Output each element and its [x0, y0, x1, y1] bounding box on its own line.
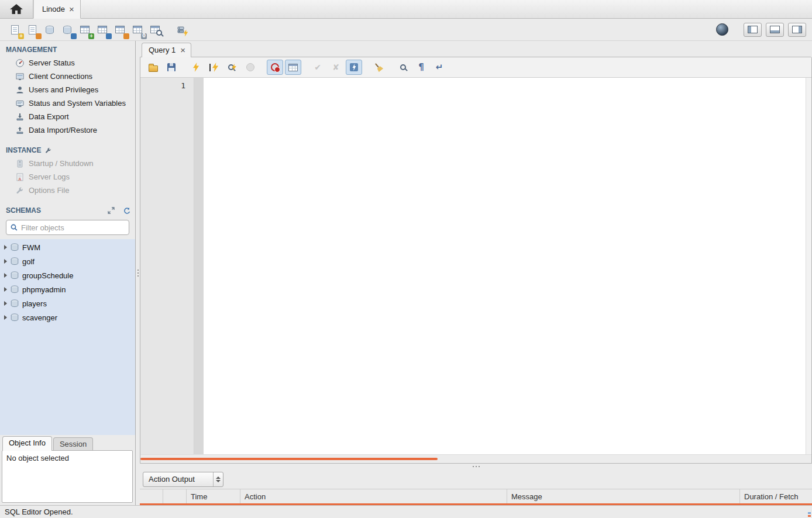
- clear-query-button[interactable]: [370, 60, 387, 75]
- mysql-workbench-window: Linode × + + 0 MANAGEMENT: [0, 0, 812, 518]
- new-table-button[interactable]: +: [76, 22, 94, 38]
- editor-vertical-scrollbar[interactable]: [806, 78, 811, 454]
- new-query-tab-button[interactable]: +: [6, 22, 23, 38]
- query-tab-label: Query 1: [149, 46, 176, 54]
- stop-on-error-icon: [271, 63, 280, 72]
- autocommit-icon: [350, 63, 358, 71]
- sidebar-item-status-system-variables[interactable]: Status and System Variables: [0, 96, 135, 110]
- vertical-splitter[interactable]: [136, 41, 140, 505]
- gauge-icon: [15, 58, 25, 68]
- expander-triangle-icon[interactable]: [4, 301, 7, 306]
- tab-object-info[interactable]: Object Info: [2, 436, 52, 451]
- query-tabbar: Query 1 ×: [140, 41, 812, 57]
- expander-triangle-icon[interactable]: [4, 273, 7, 278]
- scrollbar-thumb[interactable]: [140, 458, 438, 460]
- execute-button[interactable]: [188, 60, 204, 75]
- sidebar-item-data-import[interactable]: Data Import/Restore: [0, 123, 135, 137]
- resize-grip-icon[interactable]: [808, 512, 811, 517]
- wrap-icon: ↵: [436, 62, 443, 72]
- database-icon: [45, 25, 54, 34]
- splitter-grip-icon: [137, 270, 139, 277]
- toggle-autocommit-button[interactable]: [346, 60, 362, 75]
- sidebar-item-data-export[interactable]: Data Export: [0, 110, 135, 123]
- search-table-data-button[interactable]: [146, 22, 164, 38]
- connections-icon: [15, 72, 25, 81]
- schema-name: scavenger: [22, 313, 57, 322]
- editor-horizontal-scrollbar[interactable]: [140, 454, 811, 463]
- schema-row-scavenger[interactable]: scavenger: [0, 310, 135, 324]
- expander-triangle-icon[interactable]: [4, 287, 7, 292]
- refresh-schemas-button[interactable]: [123, 207, 130, 215]
- schema-icon: [11, 271, 19, 279]
- code-area[interactable]: [204, 78, 806, 454]
- toggle-left-sidebar-button[interactable]: [744, 23, 762, 37]
- expander-triangle-icon[interactable]: [4, 315, 7, 320]
- wrap-text-button[interactable]: ↵: [431, 60, 448, 75]
- instance-section-title: INSTANCE: [0, 137, 135, 157]
- open-sql-script-button[interactable]: [23, 22, 41, 38]
- connection-tab-linode[interactable]: Linode ×: [33, 0, 81, 19]
- sidebar-item-options-file[interactable]: Options File: [0, 184, 135, 197]
- close-query-tab-icon[interactable]: ×: [180, 46, 185, 54]
- schema-tree[interactable]: FWM golf groupSchedule phpmyadmin: [0, 239, 135, 435]
- execute-current-button[interactable]: [206, 60, 222, 75]
- expander-triangle-icon[interactable]: [4, 245, 7, 250]
- tab-session[interactable]: Session: [53, 437, 93, 451]
- explain-button[interactable]: [224, 60, 240, 75]
- new-function-button[interactable]: 0: [129, 22, 146, 38]
- commit-button[interactable]: ✔: [309, 60, 326, 75]
- navigator-sidebar: MANAGEMENT Server Status Client Connecti…: [0, 41, 136, 505]
- line-number: 1: [181, 81, 185, 90]
- toggle-stop-on-error-button[interactable]: [267, 60, 283, 75]
- sidebar-item-client-connections[interactable]: Client Connections: [0, 70, 135, 83]
- sidebar-item-startup-shutdown[interactable]: Startup / Shutdown: [0, 157, 135, 170]
- horizontal-splitter[interactable]: [140, 464, 812, 469]
- open-file-button[interactable]: [145, 60, 161, 75]
- new-schema-button[interactable]: [41, 22, 59, 38]
- search-icon: [400, 64, 406, 70]
- sidebar-item-users-privileges[interactable]: Users and Privileges: [0, 83, 135, 96]
- sidebar-item-server-status[interactable]: Server Status: [0, 56, 135, 70]
- sidebar-item-label: Client Connections: [29, 72, 92, 81]
- sql-editor-toolbar: ✔ ✘ ¶ ↵: [140, 57, 811, 78]
- schema-row-players[interactable]: players: [0, 296, 135, 310]
- arrow-down-icon: [216, 480, 221, 482]
- expander-triangle-icon[interactable]: [4, 259, 7, 264]
- table-icon: [133, 26, 142, 33]
- connection-tab-label: Linode: [42, 5, 65, 13]
- left-panel-icon: [748, 26, 758, 33]
- user-icon: [15, 85, 25, 95]
- new-schema-script-button[interactable]: [59, 22, 76, 38]
- save-script-button[interactable]: [163, 60, 180, 75]
- close-tab-icon[interactable]: ×: [69, 5, 74, 13]
- schema-name: players: [22, 299, 47, 308]
- new-view-button[interactable]: [94, 22, 111, 38]
- fold-margin: [194, 78, 204, 454]
- expand-schemas-button[interactable]: [108, 207, 115, 214]
- schema-row-fwm[interactable]: FWM: [0, 240, 135, 254]
- reconnect-dbms-button[interactable]: [172, 22, 190, 38]
- query-tab[interactable]: Query 1 ×: [142, 43, 191, 57]
- schema-row-phpmyadmin[interactable]: phpmyadmin: [0, 282, 135, 296]
- toggle-output-area-button[interactable]: [766, 23, 784, 37]
- output-type-select[interactable]: Action Output: [143, 472, 223, 487]
- column-action: Action: [240, 489, 507, 503]
- sidebar-item-server-logs[interactable]: A Server Logs: [0, 170, 135, 184]
- status-sphere-icon[interactable]: [716, 23, 728, 36]
- monitor-icon: [15, 99, 25, 108]
- show-invisibles-button[interactable]: ¶: [413, 60, 429, 75]
- limit-rows-button[interactable]: [285, 60, 301, 75]
- toggle-right-sidebar-button[interactable]: [788, 23, 806, 37]
- rollback-button[interactable]: ✘: [328, 60, 344, 75]
- schema-filter-input[interactable]: [21, 223, 125, 232]
- home-tab[interactable]: [0, 0, 33, 18]
- new-procedure-button[interactable]: [111, 22, 129, 38]
- wrench-icon: [15, 186, 25, 195]
- select-stepper[interactable]: [213, 472, 223, 486]
- find-button[interactable]: [395, 60, 411, 75]
- arrow-up-icon: [216, 476, 221, 479]
- schema-row-golf[interactable]: golf: [0, 254, 135, 268]
- stop-button[interactable]: [242, 60, 259, 75]
- schema-row-groupschedule[interactable]: groupSchedule: [0, 268, 135, 282]
- object-info-panel: No object selected: [2, 450, 133, 503]
